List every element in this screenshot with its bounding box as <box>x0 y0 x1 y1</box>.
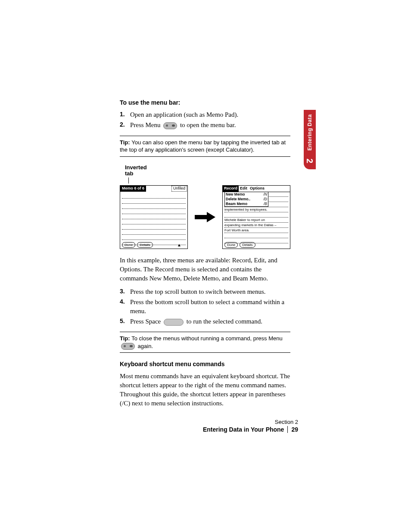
page-number: 29 <box>291 426 298 433</box>
step-text-pre: Press Menu <box>130 121 162 128</box>
keyboard-shortcut-paragraph: Most menu commands have an equivalent ke… <box>120 372 290 408</box>
step-text: Press the bottom scroll button to select… <box>130 299 284 314</box>
tip-text: You can also open the menu bar by tappin… <box>120 139 286 153</box>
done-button: Done <box>122 242 135 248</box>
details-button: Details <box>137 242 153 248</box>
menu-key-icon <box>121 343 135 350</box>
screenshot-memo-before: Memo 6 of 6 Unfiled Done Details ▲ <box>120 185 188 249</box>
inverted-tab-title: Memo 6 of 6 <box>120 186 146 192</box>
step-2: 2. Press Menu to open the menu bar. <box>120 121 290 129</box>
chapter-side-tab: Entering Data 2 <box>304 110 316 169</box>
explanation-paragraph: In this example, three menus are availab… <box>120 256 290 283</box>
tip-text-pre: To close the menus without running a com… <box>131 335 282 342</box>
step-number: 2. <box>120 121 125 129</box>
tip-label: Tip: <box>120 335 131 342</box>
figure-callout-label: Inverted tab <box>125 165 290 184</box>
step-text: Open an application (such as Memo Pad). <box>130 111 238 118</box>
menu-key-icon <box>163 122 177 129</box>
tip-text-post: again. <box>136 343 153 349</box>
category-label: Unfiled <box>171 186 187 192</box>
menu-bar: Record Edit Options <box>223 186 290 192</box>
step-text-post: to run the selected command. <box>187 318 262 325</box>
done-button: Done <box>224 242 238 248</box>
step-text: Press the top scroll button to switch be… <box>130 288 266 295</box>
svg-marker-0 <box>195 212 215 222</box>
steps-list-2: 3. Press the top scroll button to switch… <box>120 287 290 326</box>
step-number: 4. <box>120 298 125 306</box>
callout-line2: tab <box>125 170 134 177</box>
menu-item-beam-memo: Beam Memo/B <box>225 202 268 206</box>
arrow-right-icon <box>195 212 215 222</box>
side-tab-chapter-number: 2 <box>305 159 315 163</box>
callout-line1: Inverted <box>125 164 147 171</box>
step-number: 5. <box>120 317 125 325</box>
menu-item-delete-memo: Delete Memo../D <box>225 197 268 202</box>
space-key-icon <box>164 319 184 326</box>
step-1: 1. Open an application (such as Memo Pad… <box>120 110 290 119</box>
footer-section: Section 2 <box>203 419 298 425</box>
step-number: 1. <box>120 110 125 118</box>
details-button: Details <box>240 242 255 248</box>
heading-use-menu-bar: To use the menu bar: <box>120 99 290 106</box>
tip-box-2: Tip: To close the menus without running … <box>120 332 290 353</box>
tip-box-1: Tip: You can also open the menu bar by t… <box>120 136 290 157</box>
page-footer: Section 2 Entering Data in Your Phone 29 <box>203 419 298 433</box>
steps-list-1: 1. Open an application (such as Memo Pad… <box>120 110 290 130</box>
step-3: 3. Press the top scroll button to switch… <box>120 287 290 296</box>
side-tab-label: Entering Data <box>307 114 313 151</box>
step-text-pre: Press Space <box>130 318 162 325</box>
step-text-post: to open the menu bar. <box>180 121 236 128</box>
step-4: 4. Press the bottom scroll button to sel… <box>120 298 290 315</box>
menu-item-new-memo: New Memo/N <box>225 192 268 197</box>
record-menu-dropdown: New Memo/N Delete Memo../D Beam Memo/B <box>224 192 268 207</box>
tip-label: Tip: <box>120 139 131 146</box>
menu-record: Record <box>223 186 239 192</box>
step-5: 5. Press Space to run the selected comma… <box>120 317 290 326</box>
step-number: 3. <box>120 287 125 296</box>
menu-edit: Edit <box>239 186 249 192</box>
figure-menu-bar: Inverted tab Memo 6 of 6 Unfiled Done De… <box>120 165 290 249</box>
memo-body-lines <box>122 193 186 241</box>
heading-keyboard-shortcut: Keyboard shortcut menu commands <box>120 361 290 367</box>
page-content: To use the menu bar: 1. Open an applicat… <box>120 99 290 412</box>
scroll-up-icon: ▲ <box>177 243 181 247</box>
menu-options: Options <box>249 186 266 192</box>
footer-title: Entering Data in Your Phone <box>203 426 288 433</box>
screenshot-memo-menu-open: Record Edit Options implemented by emplo… <box>222 185 290 249</box>
